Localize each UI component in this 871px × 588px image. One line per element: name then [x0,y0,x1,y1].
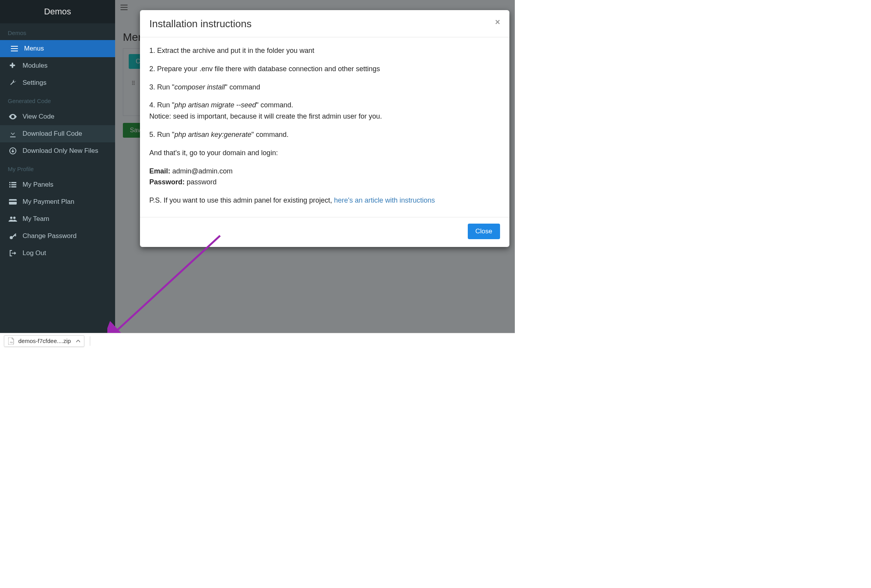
step-5: 5. Run "php artisan key:generate" comman… [149,129,500,140]
users-icon [8,216,18,222]
step-1: 1. Extract the archive and put it in the… [149,45,500,56]
sidebar-item-payment[interactable]: My Payment Plan [0,193,115,210]
sidebar-item-label: My Panels [23,181,53,189]
key-icon [8,233,18,240]
sidebar-item-label: My Team [23,215,49,223]
step-3: 3. Run "composer install" command [149,82,500,93]
sidebar-item-menus[interactable]: Menus [0,40,115,57]
email-label: Email: [149,167,170,175]
sidebar-item-password[interactable]: Change Password [0,228,115,245]
modal-body: 1. Extract the archive and put it in the… [140,37,509,217]
ps: P.S. If you want to use this admin panel… [149,195,500,206]
download-bar: zip demos-f7cfdee....zip [0,333,515,348]
sidebar-item-label: Download Full Code [23,130,82,138]
sidebar-item-label: Modules [23,62,47,70]
step-2: 2. Prepare your .env file there with dat… [149,63,500,75]
section-demos: Demos [0,23,115,40]
svg-point-10 [13,217,16,219]
close-icon[interactable]: × [495,18,500,26]
section-profile: My Profile [0,159,115,176]
modal-header: Installation instructions × [140,10,509,37]
sidebar-item-view-code[interactable]: View Code [0,108,115,125]
sidebar-item-label: Change Password [23,232,77,240]
modal-title: Installation instructions [149,18,252,30]
logout-icon [8,250,18,256]
card-icon [8,199,18,205]
wrench-icon [8,79,18,86]
svg-rect-4 [11,182,16,183]
file-icon: zip [8,338,14,345]
password-value: password [185,178,217,186]
credentials: Email: admin@admin.com Password: passwor… [149,166,500,188]
close-button[interactable]: Close [468,224,500,239]
svg-rect-2 [9,184,10,186]
sidebar-item-panels[interactable]: My Panels [0,176,115,193]
chevron-up-icon[interactable] [76,340,80,342]
sidebar-header: Demos [0,0,115,23]
instructions-link[interactable]: here's an article with instructions [334,196,435,204]
section-generated: Generated Code [0,91,115,108]
menu-icon [9,46,19,51]
svg-rect-6 [11,186,16,187]
sidebar-item-download-full[interactable]: Download Full Code [0,125,115,142]
svg-rect-8 [9,201,17,202]
download-filename: demos-f7cfdee....zip [18,338,71,344]
svg-rect-3 [9,186,10,187]
svg-rect-5 [11,184,16,186]
sidebar-item-settings[interactable]: Settings [0,74,115,91]
svg-rect-1 [9,182,10,183]
divider [90,336,90,346]
sidebar-item-modules[interactable]: Modules [0,57,115,74]
sidebar-item-label: Settings [23,79,46,87]
sidebar-item-label: My Payment Plan [23,198,74,206]
download-chip[interactable]: zip demos-f7cfdee....zip [4,335,84,347]
step-4: 4. Run "php artisan migrate --seed" comm… [149,100,500,111]
sidebar-item-label: Menus [24,45,44,52]
puzzle-icon [8,62,18,69]
sidebar-item-label: View Code [23,113,54,121]
download-icon [8,130,18,137]
step-4-notice: Notice: seed is important, because it wi… [149,111,500,122]
svg-text:zip: zip [10,341,13,343]
sidebar-item-logout[interactable]: Log Out [0,245,115,262]
sidebar-item-label: Log Out [23,249,46,257]
download-circle-icon [8,147,18,154]
list-icon [8,182,18,187]
svg-point-11 [10,236,13,239]
app-root: Demos Demos Menus Modules Settings Gener… [0,0,515,333]
email-value: admin@admin.com [170,167,233,175]
password-label: Password: [149,178,185,186]
svg-point-9 [10,217,12,219]
outro: And that's it, go to your domain and log… [149,147,500,159]
modal-footer: Close [140,217,509,247]
sidebar-item-label: Download Only New Files [23,147,98,155]
eye-icon [8,114,18,119]
sidebar-item-download-new[interactable]: Download Only New Files [0,142,115,159]
sidebar: Demos Demos Menus Modules Settings Gener… [0,0,115,333]
installation-modal: Installation instructions × 1. Extract t… [140,10,509,247]
sidebar-item-team[interactable]: My Team [0,210,115,228]
